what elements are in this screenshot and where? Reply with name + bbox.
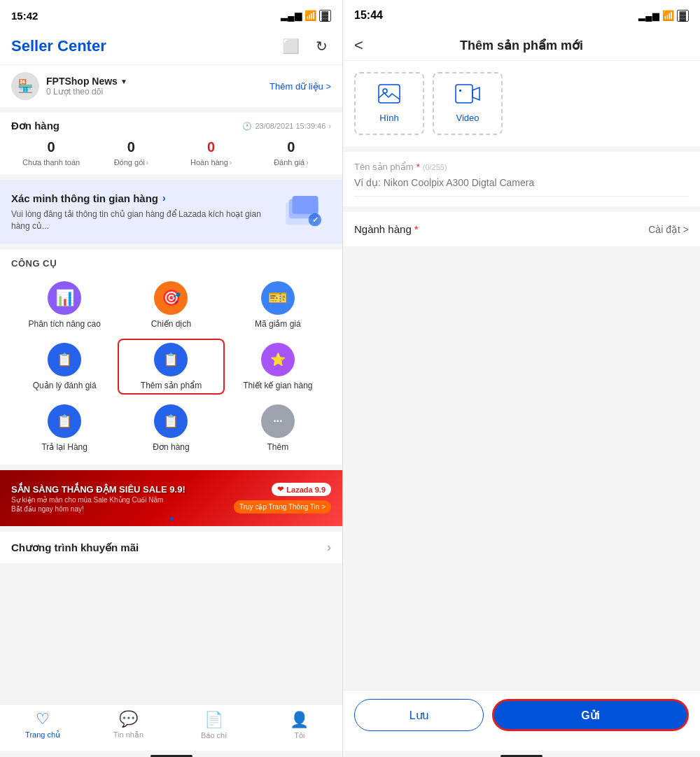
verify-desc: Vui lòng đăng tải thông tin chủ gian hàn… [11,208,279,232]
promotions-section[interactable]: Chương trình khuyến mãi › [0,532,342,563]
svg-rect-8 [459,90,461,92]
tool-reviews[interactable]: 📋 Quản lý đánh giá [11,339,118,395]
shop-name[interactable]: FPTShop News ▼ [46,76,127,87]
scan-icon[interactable]: ⬜ [281,36,300,56]
banner-subtitle1: Sự kiện mở màn cho mùa Sale Khủng Cuối N… [11,496,186,504]
tools-grid: 📊 Phân tích nâng cao 🎯 Chiến dịch 🎫 Mã g… [11,277,331,456]
more-icon: ··· [261,404,295,438]
field-separator [354,196,689,197]
status-icons-left: ▂▄▆ 📶 ▓ [281,10,331,22]
tool-voucher[interactable]: 🎫 Mã giảm giá [225,277,331,333]
back-button[interactable]: < [354,36,363,55]
tool-more[interactable]: ··· Thêm [225,400,331,456]
home-icon: ♡ [36,710,50,728]
tool-orders[interactable]: 📋 Đơn hàng [118,400,224,456]
product-name-input[interactable] [354,177,689,188]
add-product-label: Thêm sản phẩm [141,381,202,390]
tool-campaign[interactable]: 🎯 Chiến dịch [118,277,224,333]
banner-dots [169,514,173,523]
save-button[interactable]: Lưu [354,699,484,731]
time-left: 15:42 [11,10,38,22]
nav-home-label: Trang chủ [25,730,60,740]
svg-point-6 [383,89,387,93]
nav-messages[interactable]: 💬 Tin nhắn [85,710,171,740]
design-label: Thiết kế gian hàng [243,381,312,390]
reviews-icon: 📋 [48,343,81,376]
refresh-icon[interactable]: ↻ [312,36,331,56]
tool-returns[interactable]: 📋 Trả lại Hàng [11,400,118,456]
orders-title: Đơn hàng [11,120,59,132]
tool-design[interactable]: ⭐ Thiết kế gian hàng [225,339,331,395]
tools-title: CÔNG CỤ [11,258,331,269]
order-review[interactable]: 0 Đánh giá › [251,139,331,167]
lazada-badge: ❤ Lazada 9.9 [272,483,331,496]
svg-rect-7 [456,85,472,103]
order-return[interactable]: 0 Hoàn hàng › [172,139,251,167]
shop-avatar: 🏪 [11,72,39,100]
banner-subtitle2: Bắt đầu ngay hôm nay! [11,505,186,513]
order-packing-label: Đóng gói › [91,158,171,167]
design-icon: ⭐ [261,343,295,376]
tool-add-product[interactable]: 📋 Thêm sản phẩm [118,339,224,395]
promo-banner[interactable]: SẮN SÀNG THẮNG ĐẬM SIÊU SALE 9.9! Sự kiệ… [0,470,342,526]
video-upload-box[interactable]: Video [433,72,503,135]
tools-section: CÔNG CỤ 📊 Phân tích nâng cao 🎯 Chiến dịc… [0,250,342,465]
product-name-label: Tên sản phẩm * (0/255) [354,162,689,172]
page-title: Thêm sản phẩm mới [460,38,583,53]
voucher-icon: 🎫 [261,281,295,315]
bottom-actions: Lưu Gửi [343,690,700,751]
chevron-packing: › [146,159,148,167]
header-icons: ⬜ ↻ [281,36,331,56]
chevron-right-icon: › [328,122,331,130]
svg-text:✓: ✓ [312,215,318,224]
nav-news[interactable]: 📄 Báo chí [172,711,257,740]
returns-icon: 📋 [48,404,81,438]
visit-button[interactable]: Truy cập Trang Thông Tin > [234,500,331,514]
send-button[interactable]: Gửi [492,699,689,731]
add-data-button[interactable]: Thêm dữ liệu > [270,81,331,92]
promotions-label: Chương trình khuyến mãi [11,542,139,554]
reviews-label: Quản lý đánh giá [33,381,97,390]
nav-news-label: Báo chí [201,731,227,740]
more-label: Thêm [267,442,288,452]
order-packing[interactable]: 0 Đóng gói › [91,139,171,167]
nav-home[interactable]: ♡ Trang chủ [0,710,85,740]
right-panel: 15:44 ▂▄▆ 📶 ▓ < Thêm sản phẩm mới Hình [343,0,700,757]
shop-info: 🏪 FPTShop News ▼ 0 Lượt theo dõi Thêm dữ… [0,64,342,107]
media-section: Hình Video [343,61,700,146]
orders-icon: 📋 [154,404,188,438]
news-icon: 📄 [204,711,223,729]
char-count: (0/255) [423,163,447,171]
shop-details: FPTShop News ▼ 0 Lượt theo dõi [46,76,127,97]
category-action[interactable]: Cài đặt > [648,224,689,235]
add-product-icon: 📋 [154,343,188,376]
product-name-field: Tên sản phẩm * (0/255) [343,152,700,206]
tool-analytics[interactable]: 📊 Phân tích nâng cao [11,277,118,333]
shop-left: 🏪 FPTShop News ▼ 0 Lượt theo dõi [11,72,127,100]
video-icon [455,84,480,108]
voucher-label: Mã giảm giá [255,319,301,329]
content-spacer [343,246,700,690]
message-icon: 💬 [119,710,138,728]
image-upload-box[interactable]: Hình [354,72,424,135]
category-chevron: > [683,224,689,235]
signal-icon: ▂▄▆ [281,10,301,21]
required-star: * [416,162,420,172]
dot-1 [169,517,173,521]
nav-profile[interactable]: 👤 Tôi [257,711,342,740]
chevron-return: › [230,159,232,167]
verify-banner[interactable]: Xác minh thông tin gian hàng › Vui lòng … [0,180,342,244]
app-title: Seller Center [11,37,106,55]
orders-section: Đơn hàng 🕐 23/08/2021 15:39:46 › 0 Chưa … [0,113,342,174]
category-row[interactable]: Ngành hàng * Cài đặt > [343,212,700,246]
order-review-label: Đánh giá › [251,158,331,167]
right-header: < Thêm sản phẩm mới [343,31,700,61]
verify-illustration: ✓ [279,191,331,233]
left-panel: 15:42 ▂▄▆ 📶 ▓ Seller Center ⬜ ↻ 🏪 FPTSho… [0,0,343,757]
wifi-icon: 📶 [304,10,316,21]
returns-label: Trả lại Hàng [41,442,88,452]
order-unpaid[interactable]: 0 Chưa thanh toán [11,139,91,167]
promotions-chevron: › [327,540,331,555]
orders-time: 🕐 23/08/2021 15:39:46 › [242,122,331,131]
nav-profile-label: Tôi [294,731,304,740]
